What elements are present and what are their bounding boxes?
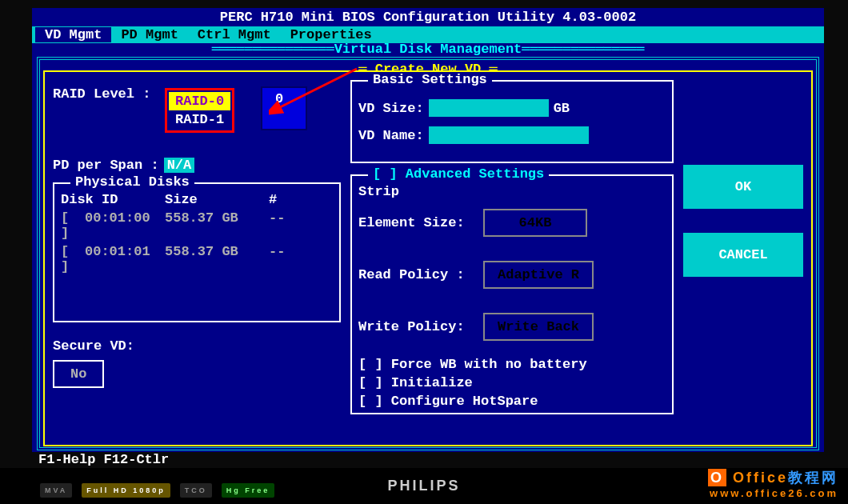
help-footer: F1-Help F12-Ctlr [32, 450, 824, 469]
raid-option-1[interactable]: RAID-1 [169, 110, 230, 129]
menu-ctrl-mgmt[interactable]: Ctrl Mgmt [188, 27, 281, 42]
basic-settings-group: Basic Settings VD Size: GB VD Name: [350, 80, 674, 163]
vd-name-input[interactable] [429, 126, 589, 144]
disk-size: 558.37 GB [165, 244, 269, 274]
col-disk-id: Disk ID [61, 192, 165, 207]
force-wb-checkbox[interactable]: [ ] Force WB with no battery [358, 357, 666, 372]
disk-row[interactable]: [ ] 00:01:01 558.37 GB -- [61, 244, 333, 274]
disk-num: -- [269, 210, 285, 241]
cancel-button[interactable]: CANCEL [683, 233, 803, 277]
advanced-settings-group: [ ] Advanced Settings Strip Element Size… [350, 174, 674, 414]
badge-hgfree: Hg Free [222, 483, 275, 498]
physical-disks-legend: Physical Disks [70, 174, 194, 190]
initialize-checkbox[interactable]: [ ] Initialize [358, 375, 666, 390]
disk-checkbox[interactable]: [ ] [61, 210, 85, 241]
monitor-brand: PHILIPS [387, 478, 460, 494]
disk-id: 00:01:00 [85, 210, 165, 241]
menu-vd-mgmt[interactable]: VD Mgmt [35, 27, 111, 42]
secure-vd-value[interactable]: No [53, 360, 104, 388]
advanced-settings-legend[interactable]: [ ] Advanced Settings [368, 166, 549, 182]
disk-size: 558.37 GB [165, 210, 269, 241]
disk-row[interactable]: [ ] 00:01:00 558.37 GB -- [61, 210, 333, 241]
strip-label-2: Element Size: [358, 215, 478, 230]
watermark: O Office教程网 www.office26.com [708, 468, 838, 499]
menu-bar: VD Mgmt PD Mgmt Ctrl Mgmt Properties [32, 26, 824, 43]
outer-frame: ═ Create New VD ═ 0 RAID Level : [37, 57, 819, 450]
raid-level-dropdown[interactable]: RAID-0 RAID-1 [165, 88, 234, 133]
menu-properties[interactable]: Properties [281, 27, 382, 42]
raid-level-value-behind: 0 [261, 86, 307, 130]
badge-tco: TCO [180, 483, 212, 498]
menu-pd-mgmt[interactable]: PD Mgmt [111, 27, 187, 42]
ok-button[interactable]: OK [683, 165, 803, 209]
raid-level-label: RAID Level : [53, 86, 150, 102]
badge-mva: MVA [40, 483, 72, 498]
disk-id: 00:01:01 [85, 244, 165, 274]
secure-vd-label: Secure VD: [53, 338, 341, 354]
monitor-bezel: MVA Full HD 1080p TCO Hg Free PHILIPS O … [0, 468, 848, 504]
monitor-badges: MVA Full HD 1080p TCO Hg Free [40, 483, 274, 498]
pd-per-span-value: N/A [164, 158, 195, 173]
write-policy-label: Write Policy: [358, 319, 478, 334]
physical-disks-group: Physical Disks Disk ID Size # [ ] 00:01:… [53, 182, 341, 322]
raid-option-0[interactable]: RAID-0 [169, 92, 230, 110]
section-title: ═══════════════Virtual Disk Management══… [32, 42, 824, 57]
read-policy-select[interactable]: Adaptive R [483, 261, 594, 289]
vd-size-unit: GB [554, 101, 570, 116]
read-policy-label: Read Policy : [358, 267, 478, 282]
col-num: # [269, 192, 277, 207]
pd-per-span-label: PD per Span : [53, 158, 159, 173]
dialog-body: 0 RAID Level : RAID-0 RAID-1 PD per Span… [43, 70, 813, 446]
basic-settings-legend: Basic Settings [368, 72, 492, 87]
write-policy-select[interactable]: Write Back [483, 313, 594, 341]
configure-hotspare-checkbox[interactable]: [ ] Configure HotSpare [358, 394, 666, 409]
disk-num: -- [269, 244, 285, 274]
badge-fullhd: Full HD 1080p [82, 483, 170, 498]
strip-label-1: Strip [358, 184, 666, 199]
disk-checkbox[interactable]: [ ] [61, 244, 85, 274]
vd-name-label: VD Name: [358, 128, 424, 143]
vd-size-label: VD Size: [358, 101, 424, 116]
vd-size-input[interactable] [429, 99, 549, 117]
window-title: PERC H710 Mini BIOS Configuration Utilit… [32, 8, 824, 26]
strip-size-select[interactable]: 64KB [483, 209, 587, 237]
col-size: Size [165, 192, 269, 207]
